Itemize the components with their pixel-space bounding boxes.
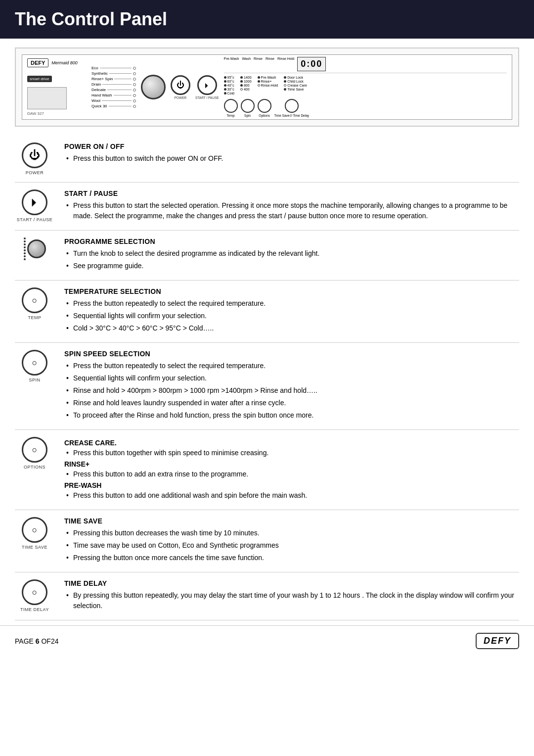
prog-dots-vert [24, 237, 26, 260]
temp-95: 95°c [224, 76, 234, 79]
timedelay-heading: TIME DELAY [64, 579, 519, 587]
panel-programme-knob[interactable] [141, 75, 166, 99]
start-heading: START / PAUSE [64, 189, 519, 197]
panel-speeds: 1400 1000 800 400 [240, 76, 252, 95]
crease-care-bullet-1: Press this button together with spin spe… [64, 448, 519, 458]
ind-rinse2: Rinse [266, 57, 274, 71]
timesave-icon-circle: ○ [22, 517, 47, 543]
panel-timer: 0:00 [297, 57, 326, 71]
start-bullets: Press this button to start the selected … [64, 200, 519, 221]
panel-temps: 95°c 60°c 40°c 30°c Cold [224, 76, 234, 95]
section-power-icon-area: ⏻ POWER [15, 142, 54, 175]
sections-container: ⏻ POWER POWER ON / OFF Press this button… [0, 136, 534, 620]
rinse-plus-bullet-1: Press this button to add an extra rinse … [64, 469, 519, 479]
section-timedelay-icon-area: ○ TIME DELAY [15, 579, 54, 612]
prog-bullet-1: Turn the knob to select the desired prog… [64, 248, 519, 259]
panel-temp-speed: 95°c 60°c 40°c 30°c Cold 1400 1000 800 4… [224, 76, 507, 95]
panel-left: DEFY Mermaid 800 smart drive DAW 327 [27, 58, 87, 116]
spin-icon: ○ [32, 358, 38, 368]
temp-bullet-2: Sequential lights will confirm your sele… [64, 311, 519, 321]
pre-wash-bullets: Press this button to add one additional … [64, 490, 519, 501]
temp-30: 30°c [224, 88, 234, 91]
panel-temp-btn[interactable] [224, 99, 238, 113]
prog-delicate: Delicate [91, 88, 106, 92]
ind-rinse: Rinse [254, 57, 263, 71]
opt-child-lock: Child Lock [284, 80, 307, 83]
section-temp-content: TEMPERATURE SELECTION Press the button r… [64, 287, 519, 335]
prog-bullets: Turn the knob to select the desired prog… [64, 248, 519, 271]
section-power-content: POWER ON / OFF Press this button to swit… [64, 142, 519, 166]
section-options-content: CREASE CARE. Press this button together … [64, 437, 519, 503]
panel-illustration-container: DEFY Mermaid 800 smart drive DAW 327 Eco… [15, 47, 519, 127]
panel-temp-btn-label: Temp [227, 114, 235, 117]
section-start-pause: ⏵ START / PAUSE START / PAUSE Press this… [15, 183, 519, 231]
panel-options-btn-label: Options [259, 114, 269, 117]
speed-400: 400 [240, 88, 252, 91]
temp-heading: TEMPERATURE SELECTION [64, 287, 519, 295]
timesave-bullet-1: Pressing this button decreases the wash … [64, 528, 519, 538]
panel-options-btn[interactable] [258, 99, 271, 113]
panel-timesave-btn[interactable] [285, 99, 299, 113]
power-icon-circle: ⏻ [22, 142, 47, 168]
prog-hand-wash: Hand Wash [91, 93, 112, 97]
opt-pre-wash: Pre-Wash [258, 76, 278, 79]
timedelay-icon-circle: ○ [22, 579, 47, 605]
power-heading: POWER ON / OFF [64, 142, 519, 150]
page-label: PAGE [15, 637, 36, 645]
spin-bullet-3: Rinse and hold > 400rpm > 800rpm > 1000 … [64, 385, 519, 396]
page-title-bar: The Control Panel [0, 0, 534, 39]
prog-dot-v-2 [24, 240, 26, 242]
section-timesave-content: TIME SAVE Pressing this button decreases… [64, 517, 519, 565]
temp-bullet-1: Press the button repeatedly to select th… [64, 298, 519, 309]
section-spin-content: SPIN SPEED SELECTION Press the button re… [64, 350, 519, 423]
spin-bullet-2: Sequential lights will confirm your sele… [64, 373, 519, 383]
speed-800: 800 [240, 84, 252, 87]
section-power: ⏻ POWER POWER ON / OFF Press this button… [15, 136, 519, 183]
page-num-bold: 6 [36, 637, 40, 645]
section-prog-icon-area [15, 237, 54, 260]
panel-indicators-row: Pre-Wash Wash Rinse Rinse Rinse Hold 0:0… [224, 57, 507, 73]
panel-spin-btn-label: Spin [244, 114, 251, 117]
opt-time-save: Time Save [284, 88, 307, 91]
panel-power-button[interactable]: ⏻ [171, 75, 190, 95]
panel-timesave-btn-label: Time Save⏱Time Delay [274, 114, 309, 117]
options-icon-circle: ○ [22, 437, 47, 463]
panel-lock-indicators: Door Lock Child Lock Crease Care Time Sa… [284, 76, 307, 95]
panel-start-label: START / PAUSE [195, 96, 219, 99]
prog-synthetic: Synthetic [91, 71, 108, 76]
speed-1400: 1400 [240, 76, 252, 79]
crease-care-bullets: Press this button together with spin spe… [64, 448, 519, 458]
spin-bullet-5: To proceed after the Rinse and hold func… [64, 410, 519, 421]
timesave-heading: TIME SAVE [64, 517, 519, 525]
panel-option-buttons: Temp Spin Options Time Save⏱Time Delay [224, 99, 507, 117]
prog-knob-small[interactable] [27, 239, 46, 258]
speed-1000: 1000 [240, 80, 252, 83]
rinse-plus-heading: RINSE+ [64, 460, 519, 468]
prog-eco: Eco [91, 66, 98, 70]
rinse-plus-bullets: Press this button to add an extra rinse … [64, 469, 519, 479]
panel-daw: DAW 327 [27, 111, 87, 116]
temp-icon: ○ [32, 295, 38, 306]
opt-rinse-hold: Rinse-Hold [258, 84, 278, 87]
section-options: ○ OPTIONS CREASE CARE. Press this button… [15, 430, 519, 510]
prog-heading: PROGRAMME SELECTION [64, 237, 519, 245]
panel-start-button[interactable]: ⏵ [197, 75, 217, 95]
section-prog-content: PROGRAMME SELECTION Turn the knob to sel… [64, 237, 519, 273]
prog-dot-v-6 [24, 252, 26, 254]
opt-door-lock: Door Lock [284, 76, 307, 79]
section-start-icon-area: ⏵ START / PAUSE [15, 189, 54, 222]
section-temp: ○ TEMP TEMPERATURE SELECTION Press the b… [15, 281, 519, 343]
spin-heading: SPIN SPEED SELECTION [64, 350, 519, 358]
timedelay-icon-label: TIME DELAY [20, 607, 49, 612]
section-start-content: START / PAUSE Press this button to start… [64, 189, 519, 223]
ind-wash: Wash [242, 57, 251, 71]
panel-display-box [27, 87, 67, 109]
opt-rinse-plus: Rinse+ [258, 80, 278, 83]
power-icon: ⏻ [29, 149, 40, 162]
start-bullet-1: Press this button to start the selected … [64, 200, 519, 221]
temp-60: 60°c [224, 80, 234, 83]
prog-dot-v-3 [24, 243, 26, 245]
panel-spin-btn[interactable] [241, 99, 255, 113]
panel-power-text: POWER [175, 96, 187, 99]
spin-icon-circle: ○ [22, 350, 47, 376]
